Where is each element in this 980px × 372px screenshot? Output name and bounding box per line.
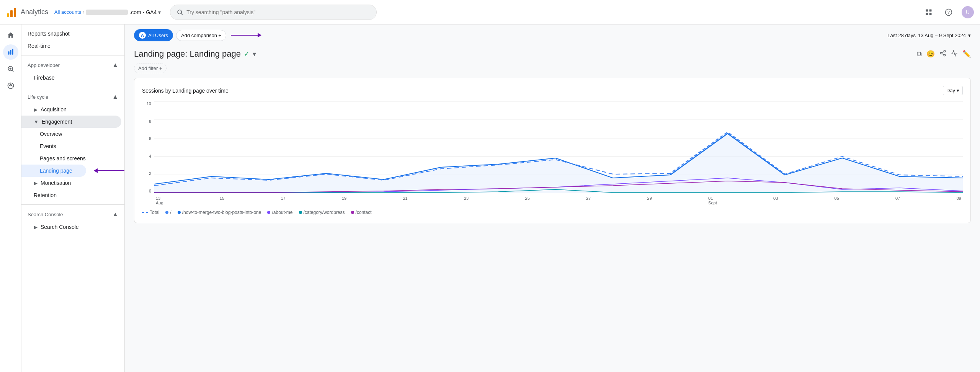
filter-bar: Add filter + (134, 62, 971, 78)
sidebar-group-app-developer[interactable]: App developer ▲ (21, 59, 124, 72)
rail-advertising[interactable] (3, 78, 18, 93)
legend-contact-dot (351, 211, 354, 214)
all-users-chip[interactable]: A All Users (134, 29, 173, 41)
x-label-23: 23 (464, 196, 469, 205)
sidebar-item-firebase[interactable]: Firebase (21, 72, 121, 84)
svg-rect-5 (926, 9, 928, 11)
sidebar-item-retention[interactable]: Retention (21, 189, 121, 201)
help-button[interactable]: ? (942, 5, 956, 19)
date-range-value: 13 Aug – 9 Sept 2024 (918, 33, 966, 38)
sidebar-item-label: Firebase (34, 75, 54, 81)
x-label-19: 19 (342, 196, 346, 205)
report-dropdown-icon[interactable]: ▾ (253, 50, 256, 58)
legend-category-wordpress: /category/wordpress (299, 210, 345, 215)
sidebar-divider-2 (21, 87, 124, 87)
y-label-0: 0 (149, 189, 151, 193)
chevron-up-icon: ▲ (112, 62, 118, 69)
rail-reports[interactable] (3, 44, 18, 60)
svg-line-15 (12, 70, 13, 71)
app-grid-button[interactable] (922, 5, 936, 19)
search-bar[interactable] (170, 5, 377, 20)
legend-wordpress-dot (299, 211, 302, 214)
topbar: Analytics All accounts › .com - GA4 ▾ ? … (0, 0, 980, 24)
breadcrumb-chevron: › (83, 9, 84, 15)
x-label-03: 03 (773, 196, 778, 205)
logo-container: Analytics (6, 7, 54, 18)
svg-rect-2 (14, 8, 16, 17)
chevron-right-icon: ▶ (34, 107, 38, 113)
sidebar-item-realtime[interactable]: Real-time (21, 40, 121, 52)
svg-rect-1 (10, 10, 13, 17)
y-label-10: 10 (147, 101, 151, 106)
sidebar-item-search-console[interactable]: ▶ Search Console (21, 221, 121, 233)
date-range-selector[interactable]: Last 28 days 13 Aug – 9 Sept 2024 ▾ (887, 33, 971, 38)
sidebar-group-search-console[interactable]: Search Console ▲ (21, 208, 124, 221)
date-dropdown-icon: ▾ (968, 33, 971, 38)
date-label: Last 28 days (887, 33, 916, 38)
arrow-line (231, 35, 258, 36)
y-label-4: 4 (149, 154, 151, 158)
rail-explore[interactable] (3, 61, 18, 77)
svg-point-16 (9, 68, 11, 70)
all-accounts-link[interactable]: All accounts (54, 9, 81, 15)
account-selector[interactable]: All accounts › .com - GA4 ▾ (54, 9, 161, 15)
sidebar-item-monetisation[interactable]: ▶ Monetisation (21, 177, 121, 189)
svg-rect-13 (12, 49, 13, 55)
sidebar-item-label: Engagement (42, 119, 72, 125)
sidebar-item-acquisition[interactable]: ▶ Acquisition (21, 103, 121, 116)
sidebar-item-label: Acquisition (41, 106, 67, 113)
legend-contact: /contact (351, 210, 372, 215)
sidebar: Reports snapshot Real-time App developer… (21, 24, 125, 372)
granularity-selector[interactable]: Day ▾ (943, 86, 963, 95)
x-label-27: 27 (586, 196, 591, 205)
group-label: Search Console (28, 212, 63, 217)
chevron-right-icon-2: ▶ (34, 180, 38, 186)
sidebar-group-lifecycle[interactable]: Life cycle ▲ (21, 90, 124, 103)
add-filter-label: Add filter + (138, 65, 162, 71)
arrow-line (98, 170, 124, 171)
chart-title: Sessions by Landing page over time (142, 88, 229, 94)
svg-rect-6 (929, 9, 932, 11)
y-label-8: 8 (149, 119, 151, 124)
x-label-09: 09 (957, 196, 961, 205)
account-dropdown-icon[interactable]: ▾ (158, 9, 161, 15)
account-blurred (86, 10, 128, 15)
legend-total-label: Total (150, 210, 159, 215)
sidebar-item-reports-snapshot[interactable]: Reports snapshot (21, 28, 121, 40)
sidebar-item-label: Monetisation (41, 180, 71, 186)
search-input[interactable] (186, 9, 370, 15)
x-label-07: 07 (895, 196, 900, 205)
sidebar-item-engagement[interactable]: ▼ Engagement (21, 116, 121, 128)
x-label-29: 29 (647, 196, 652, 205)
rail-home[interactable] (3, 28, 18, 43)
legend-about-me: /about-me (267, 210, 292, 215)
y-axis: 10 8 6 4 2 0 (142, 101, 151, 193)
legend-about-me-label: /about-me (272, 210, 292, 215)
sidebar-item-overview[interactable]: Overview (21, 128, 121, 140)
edit-icon[interactable]: ✏️ (962, 50, 971, 58)
svg-rect-8 (929, 13, 932, 15)
emoji-icon[interactable]: 😊 (926, 50, 935, 58)
search-icon (176, 9, 183, 16)
compare-view-icon[interactable]: ⧉ (917, 50, 922, 58)
share-icon[interactable] (939, 50, 946, 59)
add-comparison-button[interactable]: Add comparison + (176, 30, 226, 41)
chart-compare-icon[interactable] (951, 50, 958, 59)
group-label: App developer (28, 62, 60, 68)
legend-slash-label: / (170, 210, 171, 215)
add-filter-button[interactable]: Add filter + (134, 64, 167, 73)
x-label-17: 17 (281, 196, 285, 205)
svg-point-19 (940, 52, 942, 54)
sidebar-item-events[interactable]: Events (21, 140, 121, 152)
sidebar-item-label: Search Console (41, 224, 79, 230)
avatar[interactable]: U (962, 6, 974, 18)
sidebar-item-landing-page[interactable]: Landing page (21, 165, 86, 177)
icon-rail (0, 24, 21, 372)
legend-total: Total (142, 210, 159, 215)
granularity-chevron-icon: ▾ (957, 88, 959, 93)
chevron-up-icon-2: ▲ (112, 93, 118, 100)
sidebar-item-pages-screens[interactable]: Pages and screens (21, 152, 121, 165)
legend-how-to: /how-to-merge-two-blog-posts-into-one (178, 210, 261, 215)
sidebar-item-label: Retention (34, 192, 57, 198)
all-users-label: All Users (148, 33, 168, 38)
